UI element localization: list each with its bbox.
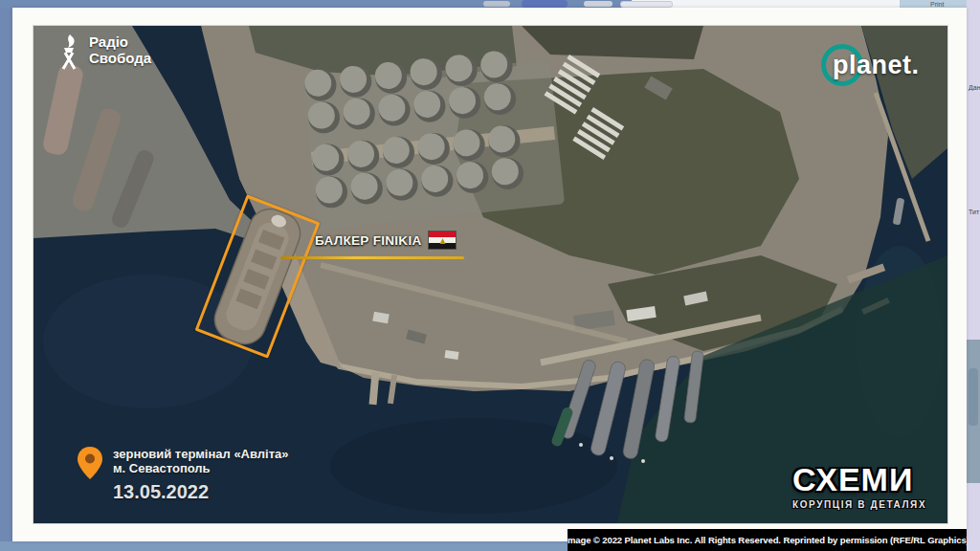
background-toolbar-item bbox=[584, 1, 612, 7]
location-line2: м. Севастополь bbox=[113, 461, 289, 475]
torch-icon bbox=[56, 33, 81, 70]
location-line1: зерновий термінал «Авліта» bbox=[113, 447, 289, 461]
source-logo-line1: Радіо bbox=[89, 33, 151, 50]
background-toolbar-item bbox=[620, 1, 673, 8]
ship-callout: БАЛКЕР FINIKIA bbox=[280, 231, 468, 261]
planet-logo-text: planet. bbox=[833, 51, 920, 80]
right-strip-text-fragment: Тит bbox=[969, 209, 980, 215]
radio-svoboda-logo: Радіо Свобода bbox=[56, 33, 151, 70]
graphic-card: Радіо Свобода planet. БАЛКЕР FINIKIA bbox=[12, 8, 967, 541]
location-date: 13.05.2022 bbox=[113, 481, 289, 503]
egypt-flag-icon bbox=[428, 231, 457, 250]
background-page-right-strip: Дан Тит bbox=[967, 0, 980, 551]
callout-underline bbox=[280, 256, 464, 259]
location-callout: зерновий термінал «Авліта» м. Севастопол… bbox=[78, 447, 289, 503]
location-pin-icon bbox=[78, 447, 102, 479]
schemy-title: СХЕМИ bbox=[792, 461, 936, 498]
satellite-image: Радіо Свобода planet. БАЛКЕР FINIKIA bbox=[33, 26, 947, 523]
right-strip-text-fragment: Дан bbox=[969, 84, 980, 91]
right-strip-image-edge bbox=[967, 340, 980, 483]
schemy-watermark: СХЕМИ КОРУПЦІЯ В ДЕТАЛЯХ bbox=[792, 461, 936, 510]
background-toolbar-item bbox=[483, 1, 510, 7]
background-toolbar-button[interactable] bbox=[522, 0, 568, 8]
source-logo-line2: Свобода bbox=[89, 50, 151, 66]
schemy-subtitle: КОРУПЦІЯ В ДЕТАЛЯХ bbox=[792, 499, 936, 510]
print-button[interactable]: Print bbox=[930, 1, 944, 8]
background-page-left-strip bbox=[0, 8, 12, 541]
planet-logo: planet. bbox=[813, 40, 947, 94]
copyright-bar: Image © 2022 Planet Labs Inc. All Rights… bbox=[568, 529, 967, 551]
ship-label: БАЛКЕР FINIKIA bbox=[315, 233, 422, 248]
